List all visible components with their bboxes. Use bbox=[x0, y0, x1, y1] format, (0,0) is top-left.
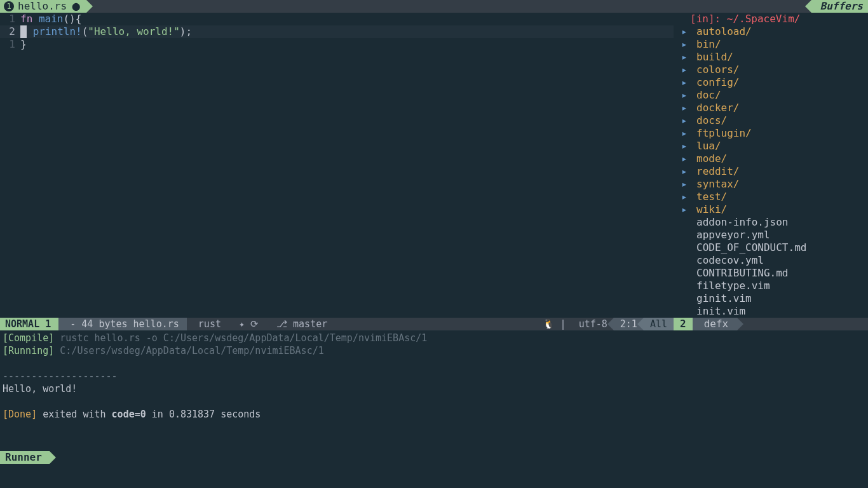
file-info: - 44 bytes hello.rs bbox=[58, 318, 187, 330]
dir-name: ftplugin/ bbox=[696, 127, 752, 140]
chevron-right-icon: ▸ bbox=[681, 89, 696, 102]
file-tree-dir[interactable]: ▸docker/ bbox=[681, 102, 868, 114]
chevron-right-icon: ▸ bbox=[681, 76, 696, 89]
file-tree-panel[interactable]: [in]: ~/.SpaceVim/ ▸autoload/▸bin/▸build… bbox=[674, 13, 868, 318]
file-name: CODE_OF_CONDUCT.md bbox=[696, 241, 806, 254]
code-text[interactable]: fn main(){ bbox=[20, 13, 81, 25]
tab-left-group: 1 hello.rs ⬤ bbox=[0, 0, 86, 13]
chevron-right-icon: ▸ bbox=[681, 165, 696, 178]
runner-stdout: Hello, world! bbox=[3, 383, 865, 395]
chevron-right-icon: ▸ bbox=[681, 64, 696, 76]
dir-name: lua/ bbox=[696, 140, 721, 152]
code-text[interactable]: println!("Hello, world!"); bbox=[20, 25, 192, 38]
mode-indicator: NORMAL 1 bbox=[0, 318, 58, 330]
modified-dot-icon: ⬤ bbox=[72, 0, 80, 13]
file-tree-dir[interactable]: ▸ftplugin/ bbox=[681, 127, 868, 140]
file-tree-dir[interactable]: ▸wiki/ bbox=[681, 203, 868, 216]
dir-name: doc/ bbox=[696, 89, 721, 102]
chevron-right-icon: ▸ bbox=[681, 152, 696, 165]
file-tree-dir[interactable]: ▸test/ bbox=[681, 191, 868, 203]
code-token: "Hello, world!" bbox=[88, 25, 180, 37]
runner-separator: -------------------- bbox=[3, 370, 865, 383]
file-tree-dir[interactable]: ▸syntax/ bbox=[681, 178, 868, 191]
pane-name: defx bbox=[693, 318, 738, 330]
chevron-right-icon: ▸ bbox=[681, 191, 696, 203]
runner-blank bbox=[3, 357, 865, 370]
file-name: appveyor.yml bbox=[696, 229, 770, 241]
runner-tab[interactable]: Runner bbox=[0, 451, 50, 464]
dir-name: syntax/ bbox=[696, 178, 739, 191]
file-tree-dir[interactable]: ▸docs/ bbox=[681, 114, 868, 127]
line-number: 1 bbox=[0, 38, 20, 51]
chevron-right-icon: ▸ bbox=[681, 51, 696, 64]
code-token: ( bbox=[82, 25, 88, 37]
file-tree-header: [in]: ~/.SpaceVim/ bbox=[690, 13, 868, 25]
done-label: [Done] bbox=[3, 409, 37, 420]
file-tree-dir[interactable]: ▸autoload/ bbox=[681, 25, 868, 38]
file-tree-file[interactable]: filetype.vim bbox=[681, 280, 868, 292]
file-tree-file[interactable]: init.vim bbox=[681, 305, 868, 318]
tab-hello-rs[interactable]: 1 hello.rs ⬤ bbox=[0, 0, 86, 13]
dir-name: config/ bbox=[696, 76, 739, 89]
tab-label: hello.rs bbox=[18, 0, 67, 13]
file-name: init.vim bbox=[696, 305, 745, 318]
code-line[interactable]: 1fn main(){ bbox=[0, 13, 674, 25]
pane-index: 2 bbox=[674, 318, 693, 330]
file-tree-file[interactable]: addon-info.json bbox=[681, 216, 868, 229]
file-tree-dir[interactable]: ▸reddit/ bbox=[681, 165, 868, 178]
cursor-block bbox=[20, 25, 27, 38]
done-code: code=0 bbox=[112, 409, 146, 420]
code-editor[interactable]: 1fn main(){2 println!("Hello, world!");1… bbox=[0, 13, 674, 318]
dir-name: reddit/ bbox=[696, 165, 739, 178]
sync-icon[interactable]: ✦ ⟳ bbox=[227, 318, 265, 330]
file-tree-file[interactable]: appveyor.yml bbox=[681, 229, 868, 241]
scroll-pct: All bbox=[644, 318, 674, 330]
file-tree-file[interactable]: ginit.vim bbox=[681, 292, 868, 305]
dir-name: autoload/ bbox=[696, 25, 752, 38]
code-token bbox=[27, 25, 33, 37]
file-tree-dir[interactable]: ▸bin/ bbox=[681, 38, 868, 51]
dir-name: docs/ bbox=[696, 114, 727, 127]
chevron-right-icon: ▸ bbox=[681, 38, 696, 51]
file-name: ginit.vim bbox=[696, 292, 752, 305]
runner-running-line: [Running] C:/Users/wsdeg/AppData/Local/T… bbox=[3, 344, 865, 357]
file-tree-dir[interactable]: ▸mode/ bbox=[681, 152, 868, 165]
statusline-filetree: 2 defx bbox=[674, 318, 868, 330]
tab-buffers[interactable]: Buffers bbox=[811, 0, 868, 13]
file-tree-dir[interactable]: ▸config/ bbox=[681, 76, 868, 89]
file-tree-file[interactable]: CODE_OF_CONDUCT.md bbox=[681, 241, 868, 254]
dir-name: docker/ bbox=[696, 102, 739, 114]
code-token: println! bbox=[33, 25, 82, 37]
done-text1: exited with bbox=[43, 409, 111, 420]
file-tree-dir[interactable]: ▸doc/ bbox=[681, 89, 868, 102]
file-name: codecov.yml bbox=[696, 254, 764, 267]
file-name: CONTRIBUTING.md bbox=[696, 267, 789, 280]
file-tree-dir[interactable]: ▸colors/ bbox=[681, 64, 868, 76]
file-tree-dir[interactable]: ▸build/ bbox=[681, 51, 868, 64]
dir-name: test/ bbox=[696, 191, 727, 203]
runner-compile-line: [Compile] rustc hello.rs -o C:/Users/wsd… bbox=[3, 332, 865, 344]
file-tree-dir[interactable]: ▸lua/ bbox=[681, 140, 868, 152]
code-token: main bbox=[39, 13, 64, 25]
code-token bbox=[32, 13, 39, 25]
dir-name: bin/ bbox=[696, 38, 721, 51]
chevron-right-icon: ▸ bbox=[681, 114, 696, 127]
runner-done-line: [Done] exited with code=0 in 0.831837 se… bbox=[3, 408, 865, 421]
dir-name: colors/ bbox=[696, 64, 739, 76]
file-tree-file[interactable]: codecov.yml bbox=[681, 254, 868, 267]
runner-tab-bar: Runner bbox=[0, 451, 50, 464]
code-line[interactable]: 1} bbox=[0, 38, 674, 51]
chevron-right-icon: ▸ bbox=[681, 102, 696, 114]
code-token: (){ bbox=[63, 13, 81, 25]
code-text[interactable]: } bbox=[20, 38, 27, 51]
line-number: 2 bbox=[0, 25, 20, 38]
git-branch[interactable]: ⎇ master bbox=[265, 318, 334, 330]
line-number: 1 bbox=[0, 13, 20, 25]
tab-bar: 1 hello.rs ⬤ Buffers bbox=[0, 0, 868, 13]
code-line[interactable]: 2 println!("Hello, world!"); bbox=[0, 25, 674, 38]
chevron-right-icon: ▸ bbox=[681, 178, 696, 191]
file-tree-file[interactable]: CONTRIBUTING.md bbox=[681, 267, 868, 280]
runner-output-pane[interactable]: [Compile] rustc hello.rs -o C:/Users/wsd… bbox=[0, 330, 868, 422]
done-text2: in 0.831837 seconds bbox=[152, 409, 261, 420]
file-name: addon-info.json bbox=[696, 216, 789, 229]
